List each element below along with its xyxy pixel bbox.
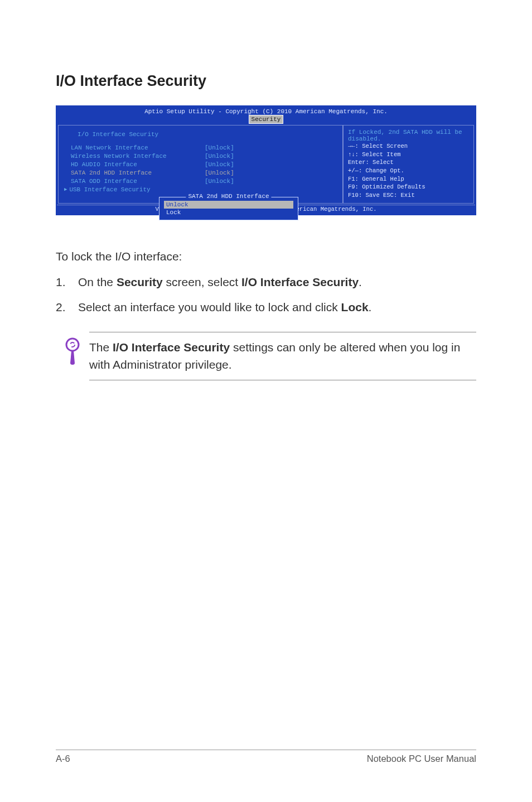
bios-row-label: SATA ODD Interface — [71, 178, 205, 185]
step-text-part: screen, select — [163, 276, 241, 288]
bios-row-value: [Unlock] — [205, 161, 234, 168]
bios-row-value: [Unlock] — [205, 144, 234, 151]
bios-row: LAN Network Interface [Unlock] — [71, 144, 335, 151]
bios-row-value: [Unlock] — [205, 153, 234, 160]
bios-left-panel: I/O Interface Security LAN Network Inter… — [58, 125, 343, 204]
note-text-bold: I/O Interface Security — [113, 341, 230, 354]
bios-row: HD AUDIO Interface [Unlock] — [71, 161, 335, 168]
bios-row: SATA ODD Interface [Unlock] — [71, 178, 335, 185]
page-number: A-6 — [56, 753, 70, 764]
step-text-part: On the — [78, 276, 117, 288]
bios-key-line: +/—: Change Opt. — [348, 167, 469, 175]
bios-title: Aptio Setup Utility - Copyright (C) 2010… — [57, 107, 475, 115]
bios-row-label: HD AUDIO Interface — [71, 161, 205, 168]
step-text-part: . — [369, 301, 372, 313]
bios-popup: SATA 2nd HDD Interface Unlock Lock — [159, 197, 298, 220]
svg-point-0 — [66, 339, 79, 351]
note-text: The I/O Interface Security settings can … — [89, 332, 476, 380]
bios-row-selected: SATA 2nd HDD Interface [Unlock] — [71, 170, 335, 176]
step-text: Select an interface you would like to lo… — [78, 298, 371, 317]
bios-right-panel: If Locked, 2nd SATA HDD will be disabled… — [343, 125, 474, 204]
magnifier-icon — [56, 332, 89, 365]
instruction-step: 2. Select an interface you would like to… — [56, 298, 476, 317]
step-text-bold: I/O Interface Security — [241, 276, 359, 288]
bios-key-hints: →←: Select Screen ↑↓: Select Item Enter:… — [348, 142, 469, 200]
step-number: 1. — [56, 273, 78, 292]
bios-key-line: F9: Optimized Defaults — [348, 183, 469, 191]
page-heading: I/O Interface Security — [56, 73, 476, 90]
bios-row: Wireless Network Interface [Unlock] — [71, 153, 335, 160]
bios-row-value: [Unlock] — [205, 170, 234, 176]
bios-row-label: Wireless Network Interface — [71, 153, 205, 160]
bios-help-text: If Locked, 2nd SATA HDD will be disabled… — [348, 129, 469, 142]
bios-row-label: USB Interface Security — [69, 186, 203, 193]
step-text-bold: Security — [117, 276, 163, 288]
bios-key-line: Enter: Select — [348, 158, 469, 167]
bios-key-line: F10: Save ESC: Exit — [348, 191, 469, 200]
bios-key-line: ↑↓: Select Item — [348, 151, 469, 159]
bios-popup-item-unlock: Unlock — [164, 201, 293, 209]
step-text-part: . — [359, 276, 362, 288]
bios-row-submenu: USB Interface Security — [71, 186, 335, 193]
bios-key-line: F1: General Help — [348, 175, 469, 183]
instruction-step: 1. On the Security screen, select I/O In… — [56, 273, 476, 292]
bios-row-value: [Unlock] — [205, 178, 234, 185]
bios-section-title: I/O Interface Security — [78, 131, 335, 138]
note-text-part: The — [89, 341, 113, 354]
bios-row-label: SATA 2nd HDD Interface — [71, 170, 205, 176]
note-block: The I/O Interface Security settings can … — [56, 332, 476, 380]
bios-popup-item-lock: Lock — [164, 209, 293, 216]
svg-point-1 — [70, 342, 75, 347]
bios-popup-title: SATA 2nd HDD Interface — [186, 193, 271, 200]
step-text-bold: Lock — [341, 301, 369, 313]
bios-row-label: LAN Network Interface — [71, 144, 205, 151]
bios-key-line: →←: Select Screen — [348, 142, 469, 151]
bios-screenshot: Aptio Setup Utility - Copyright (C) 2010… — [56, 105, 476, 215]
step-number: 2. — [56, 298, 78, 317]
page-footer: A-6 Notebook PC User Manual — [56, 750, 476, 764]
bios-tab-security: Security — [249, 115, 284, 124]
step-text: On the Security screen, select I/O Inter… — [78, 273, 362, 292]
step-text-part: Select an interface you would like to lo… — [78, 301, 341, 313]
bios-tabs: Security — [57, 115, 475, 124]
manual-title: Notebook PC User Manual — [367, 753, 476, 764]
instructions-intro: To lock the I/O interface: — [56, 248, 476, 266]
